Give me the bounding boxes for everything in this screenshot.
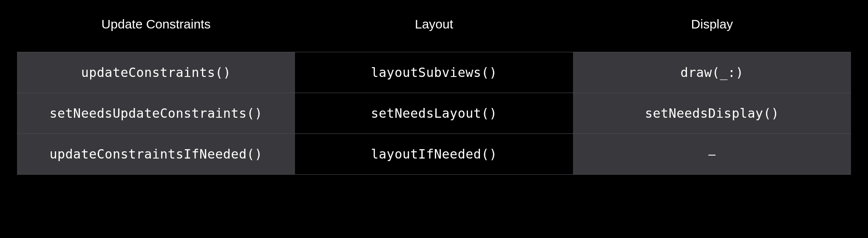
table-header-row: Update Constraints Layout Display <box>17 17 851 52</box>
cell-display-none: – <box>573 134 851 175</box>
cell-set-needs-layout: setNeedsLayout() <box>295 93 573 134</box>
cell-layout-if-needed: layoutIfNeeded() <box>295 134 573 175</box>
cell-set-needs-display: setNeedsDisplay() <box>573 93 851 134</box>
table-row: updateConstraintsIfNeeded() layoutIfNeed… <box>17 134 851 175</box>
cell-update-constraints: updateConstraints() <box>17 52 295 93</box>
cell-draw: draw(_:) <box>573 52 851 93</box>
table-row: setNeedsUpdateConstraints() setNeedsLayo… <box>17 93 851 134</box>
layout-methods-table: Update Constraints Layout Display update… <box>17 17 851 175</box>
col-header-layout: Layout <box>295 17 573 52</box>
col-header-update-constraints: Update Constraints <box>17 17 295 52</box>
cell-layout-subviews: layoutSubviews() <box>295 52 573 93</box>
table-row: updateConstraints() layoutSubviews() dra… <box>17 52 851 93</box>
cell-set-needs-update-constraints: setNeedsUpdateConstraints() <box>17 93 295 134</box>
col-header-display: Display <box>573 17 851 52</box>
cell-update-constraints-if-needed: updateConstraintsIfNeeded() <box>17 134 295 175</box>
